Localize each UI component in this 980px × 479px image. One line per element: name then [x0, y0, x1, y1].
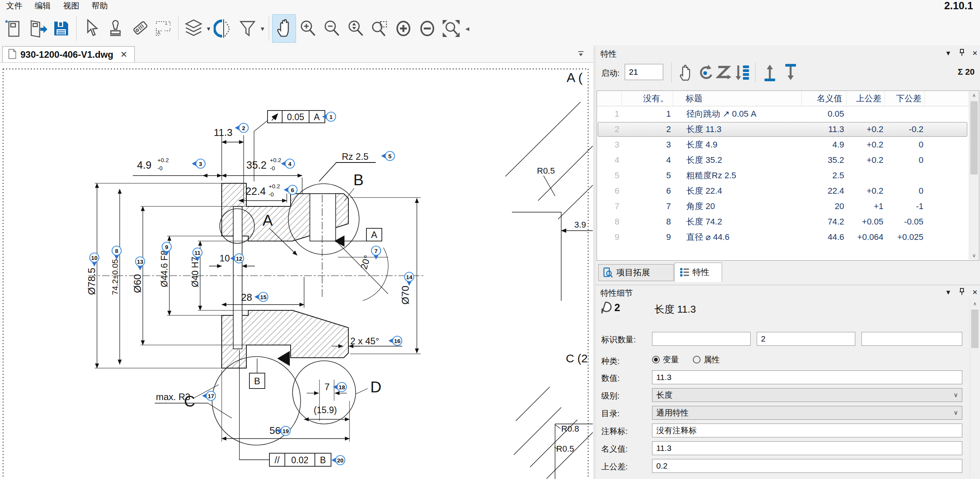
rotate-order-icon[interactable]	[697, 63, 714, 83]
menu-help[interactable]: 帮助	[85, 0, 114, 12]
kind-label: 种类:	[601, 356, 620, 367]
table-scrollbar[interactable]: ∧ ∨	[969, 91, 978, 260]
drawing-canvas[interactable]: 11.34.9+0.2-035.2+0.2-0Rz 2.522.4+0.2-00…	[0, 62, 593, 479]
filter-dropdown-caret[interactable]: ▼	[259, 25, 266, 32]
scroll-up-icon[interactable]: ∧	[970, 300, 980, 308]
balloon-7[interactable]: 7	[371, 246, 381, 260]
tab-project-expand[interactable]: 项目拓展	[598, 264, 674, 281]
balloon-3[interactable]: 3	[192, 159, 205, 168]
z-order-icon[interactable]	[716, 63, 733, 83]
panel-dropdown-icon[interactable]: ▼	[945, 289, 952, 296]
column-header-4[interactable]: 上公差	[846, 91, 885, 106]
pin-icon[interactable]	[958, 49, 965, 58]
document-tab[interactable]: 930-1200-406-V1.dwg ✕	[2, 46, 135, 62]
upper-tolerance-input[interactable]	[652, 459, 962, 473]
radio-attribute[interactable]: 属性	[693, 354, 720, 365]
filter-button[interactable]	[236, 14, 259, 43]
table-row-1[interactable]: 11径向跳动 ↗ 0.05 A0.05	[598, 106, 968, 122]
scroll-up-icon[interactable]: ∧	[969, 91, 979, 100]
document-tab-close-icon[interactable]: ✕	[119, 50, 129, 60]
dim-label: A	[263, 212, 273, 229]
select-tool-button[interactable]	[80, 14, 104, 43]
tab-list-button[interactable]	[577, 50, 585, 59]
column-header-5[interactable]: 下公差	[885, 91, 925, 106]
menu-file[interactable]: 文件	[0, 0, 28, 12]
balloon-10[interactable]: 10	[90, 253, 99, 266]
balloon-13[interactable]: 13	[135, 257, 145, 270]
table-row-2[interactable]: 22长度 11.311.3+0.2-0.2	[598, 122, 968, 137]
table-row-9[interactable]: 99直径 ⌀ 44.644.6+0.064+0.025	[598, 229, 968, 245]
zoom-fit-button[interactable]	[439, 14, 463, 43]
scroll-down-icon[interactable]: ∨	[969, 251, 979, 260]
table-scroll-thumb[interactable]	[970, 101, 978, 174]
annotation-input[interactable]	[652, 424, 962, 437]
table-row-7[interactable]: 77角度 2020+1-1	[598, 199, 968, 214]
pick-hand-icon[interactable]	[677, 63, 694, 83]
balloon-1[interactable]: 1	[322, 112, 336, 121]
balloon-16[interactable]: 16	[388, 336, 402, 345]
stamp-tool-button[interactable]	[104, 14, 127, 43]
panel-dropdown-icon[interactable]: ▼	[945, 50, 952, 57]
balloon-15[interactable]: 15	[254, 292, 268, 301]
pan-tool-button[interactable]	[272, 14, 296, 43]
balloon-5[interactable]: 5	[381, 151, 395, 161]
balloon-6[interactable]: 6	[284, 185, 297, 194]
column-header-3[interactable]: 名义值	[802, 91, 846, 106]
layers-button[interactable]	[182, 14, 206, 43]
table-row-4[interactable]: 44长度 35.235.2+0.20	[598, 152, 968, 168]
layers-dropdown-caret[interactable]: ▼	[206, 25, 212, 32]
details-scrollbar[interactable]: ∧	[970, 300, 979, 478]
zoom-window-tool-button[interactable]	[368, 14, 391, 43]
partial-region-tool-button[interactable]: 1A	[151, 14, 175, 43]
id-count-input-1[interactable]	[652, 332, 751, 346]
details-scroll-thumb[interactable]	[971, 310, 978, 348]
horizontal-splitter[interactable]	[596, 284, 980, 286]
save-button[interactable]	[49, 14, 73, 43]
tag-tool-button[interactable]	[127, 14, 151, 43]
import-up-icon[interactable]	[761, 63, 778, 83]
start-number-input[interactable]	[625, 64, 663, 80]
zoom-in-tool-button[interactable]	[296, 14, 320, 43]
balloon-18[interactable]: 18	[333, 382, 346, 392]
balloon-2[interactable]: 2	[235, 123, 248, 132]
table-row-3[interactable]: 33长度 4.94.9+0.20	[598, 137, 968, 152]
dim-label: Ø44.6 F8	[159, 250, 169, 287]
open-document-button[interactable]	[25, 14, 49, 43]
value-input[interactable]	[652, 370, 962, 384]
balloon-12[interactable]: 12	[230, 254, 244, 263]
table-row-5[interactable]: 55粗糙度Rz 2.52.5	[598, 168, 968, 183]
radio-variable[interactable]: 变量	[652, 354, 679, 365]
increase-button[interactable]	[391, 14, 415, 43]
application-window: 文件 编辑 视图 帮助 2.10.1 * 1A ▼ ▼	[0, 0, 980, 479]
pin-icon[interactable]	[958, 288, 965, 297]
column-header-0[interactable]	[597, 91, 622, 106]
balloon-4[interactable]: 4	[281, 159, 294, 168]
class-select[interactable]: 长度∨	[652, 388, 962, 402]
menu-view[interactable]: 视图	[57, 0, 85, 12]
balloon-20[interactable]: 20	[331, 456, 345, 465]
zoom-out-tool-button[interactable]	[320, 14, 344, 43]
column-header-1[interactable]: 没有。	[622, 91, 673, 106]
menu-edit[interactable]: 编辑	[28, 0, 57, 12]
close-icon[interactable]: ✕	[972, 288, 978, 296]
zoom-dynamic-tool-button[interactable]	[344, 14, 368, 43]
table-row-8[interactable]: 88长度 74.274.2+0.05-0.05	[598, 214, 968, 229]
close-icon[interactable]: ✕	[972, 49, 978, 57]
export-down-icon[interactable]	[782, 63, 799, 83]
table-row-6[interactable]: 66长度 22.422.4+0.20	[598, 183, 968, 199]
mirror-button[interactable]	[212, 14, 236, 43]
balloon-badge-icon	[600, 301, 613, 317]
tab-characteristics[interactable]: 特性	[674, 263, 722, 282]
id-count-input-3[interactable]	[861, 332, 962, 346]
balloon-14[interactable]: 14	[405, 272, 414, 286]
catalog-select[interactable]: 通用特性∨	[652, 406, 962, 420]
toolbar-collapse-icon[interactable]: ◂	[465, 24, 469, 33]
balloon-number: 1	[329, 114, 333, 120]
decrease-button[interactable]	[415, 14, 439, 43]
new-document-button[interactable]: *	[2, 14, 25, 43]
id-count-input-2[interactable]	[757, 332, 855, 346]
vertical-splitter[interactable]	[593, 45, 596, 479]
list-order-icon[interactable]	[734, 63, 751, 83]
nominal-input[interactable]	[652, 441, 962, 455]
column-header-2[interactable]: 标题	[673, 91, 802, 106]
